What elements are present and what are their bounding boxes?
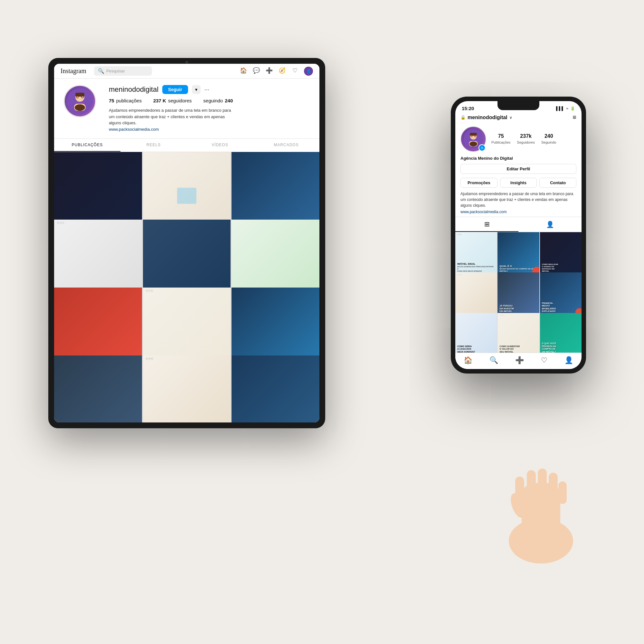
tab-publicacoes[interactable]: PUBLICAÇÕES (54, 139, 120, 152)
phone-ig-header: 🔒 meninododigital ∨ ≡ (455, 112, 582, 124)
phone-followers-label: Seguidores (517, 140, 535, 144)
table-row[interactable]: Sua nova casa estáa um clique dedistânci… (232, 355, 319, 422)
phone-following-label: Seguindo (541, 140, 556, 144)
tablet-profile-link[interactable]: www.packsocialmedia.com (109, 127, 159, 132)
agency-name: Agência Menino do Digital (455, 155, 582, 162)
promotions-button[interactable]: Promoções (460, 178, 497, 188)
grid-view-tab[interactable]: ⊞ (455, 217, 518, 232)
following-stat: seguindo 240 (203, 98, 233, 103)
explore-icon[interactable]: 🧭 (278, 67, 286, 74)
phone-secondary-buttons: Promoções Insights Contato (455, 176, 582, 190)
svg-rect-24 (558, 481, 567, 504)
phone-search-icon[interactable]: 🔍 (489, 356, 498, 365)
tab-videos[interactable]: VÍDEOS (187, 139, 253, 152)
svg-rect-23 (549, 473, 558, 502)
add-photo-icon[interactable]: + (478, 144, 486, 151)
phone-bio: Ajudamos empreendedores a passar de uma … (455, 190, 582, 210)
followers-label: seguidores (168, 98, 192, 103)
search-icon: 🔍 (98, 68, 104, 74)
battery-icon: 🔋 (570, 106, 575, 111)
scene: Instagram 🔍 Pesquisar 🏠 💬 ➕ 🧭 ♡ 👤 (32, 32, 612, 612)
search-bar[interactable]: 🔍 Pesquisar (94, 66, 152, 76)
phone-view-tabs: ⊞ 👤 (455, 217, 582, 232)
lock-icon: 🔒 (460, 115, 466, 120)
contact-button[interactable]: Contato (539, 178, 576, 188)
list-item[interactable]: ♡♡♡ (455, 272, 497, 314)
heart-icon[interactable]: ♡ (291, 67, 299, 74)
phone-posts-grid: ♡♡♡ IMÓVEL IDEAL DICAS ESSENCIAIS PARA E… (455, 232, 582, 353)
phone-home-icon[interactable]: 🏠 (464, 356, 472, 365)
messages-icon[interactable]: 💬 (252, 67, 260, 74)
svg-rect-21 (527, 470, 536, 502)
dropdown-button[interactable]: ▾ (192, 85, 201, 94)
phone-add-icon[interactable]: ➕ (515, 356, 524, 365)
signal-icon: ▌▌▌ (556, 106, 564, 111)
more-button[interactable]: ··· (204, 86, 209, 93)
list-item[interactable]: ♡♡♡ COMO AUMENTARO VALOR DOSEU IMÓVEL (497, 313, 539, 353)
tablet-avatar (64, 85, 96, 117)
tablet-camera (185, 61, 188, 63)
phone-heart-icon[interactable]: ♡ (541, 356, 547, 365)
phone-username: meninododigital (468, 115, 507, 120)
table-row[interactable]: ♡♡♡ PORQUEÉ IMPORTANTETER UM CONTRATOBEM… (143, 355, 231, 422)
tab-marcados[interactable]: MARCADOS (253, 139, 319, 152)
status-time: 15:20 (462, 106, 474, 111)
tablet-device: Instagram 🔍 Pesquisar 🏠 💬 ➕ 🧭 ♡ 👤 (48, 58, 325, 428)
followers-stat: 237 K seguidores (153, 98, 192, 103)
phone-action-buttons: Editar Perfil (455, 162, 582, 176)
list-item[interactable]: JÁ PENSOUEM INVESTIREM IMÓVEL (497, 272, 539, 314)
instagram-logo: Instagram (61, 67, 86, 75)
tab-reels[interactable]: REELS (120, 139, 187, 152)
tablet-stats: 75 publicações 237 K seguidores seguindo… (109, 98, 310, 103)
add-icon[interactable]: ➕ (265, 67, 273, 74)
home-icon[interactable]: 🏠 (240, 67, 247, 74)
tablet-tabs: PUBLICAÇÕES REELS VÍDEOS MARCADOS (54, 138, 319, 152)
instagram-nav: Instagram 🔍 Pesquisar 🏠 💬 ➕ 🧭 ♡ 👤 (54, 64, 319, 79)
tablet-profile-info: meninododigital Seguir ▾ ··· 75 publicaç… (109, 85, 310, 132)
follow-button[interactable]: Seguir (162, 85, 188, 94)
phone-notch (497, 101, 539, 110)
posts-label: publicações (116, 98, 142, 103)
username-row: meninododigital Seguir ▾ ··· (109, 85, 310, 94)
list-item[interactable]: ♡♡♡ IMÓVEL IDEAL DICAS ESSENCIAIS PARA E… (455, 232, 497, 274)
phone-following-count: 240 (541, 133, 556, 139)
posts-count: 75 (109, 98, 114, 103)
phone-posts-stat: 75 Publicações (491, 133, 510, 145)
profile-icon[interactable]: 👤 (304, 67, 313, 76)
list-item[interactable]: COMO SERIAA CASA DOSSEUS SONHOS? (455, 313, 497, 353)
phone-stats: 75 Publicações 237k Seguidores 240 Segui… (491, 133, 576, 145)
tablet-screen: Instagram 🔍 Pesquisar 🏠 💬 ➕ 🧭 ♡ 👤 (54, 64, 319, 422)
insights-button[interactable]: Insights (500, 178, 537, 188)
wifi-icon: ≈ (566, 106, 568, 111)
nav-icons: 🏠 💬 ➕ 🧭 ♡ 👤 (240, 67, 313, 76)
tablet-profile-section: meninododigital Seguir ▾ ··· 75 publicaç… (54, 79, 319, 138)
svg-point-7 (75, 104, 85, 111)
edit-profile-button[interactable]: Editar Perfil (460, 164, 576, 174)
chevron-down-icon: ∨ (509, 115, 512, 120)
phone-profile-link[interactable]: www.packsocialmedia.com (455, 210, 582, 217)
list-item[interactable]: O QUE VOCÊPRIORIZA NACOMPRA DEUM IMÓVEL? (540, 313, 582, 353)
phone-profile-section: + 75 Publicações 237k Seguidores 240 Seg… (455, 124, 582, 155)
phone-device: 15:20 ▌▌▌ ≈ 🔋 🔒 meninododigital ∨ ≡ (451, 97, 586, 374)
tablet-posts-grid: como evitarARMADILHAS Dicas essenciais p… (54, 152, 319, 423)
svg-rect-22 (538, 469, 547, 501)
table-row[interactable]: O QUECONSIDERAR ANTES DEALUGAR UMIMÓVEL? (54, 355, 142, 422)
hamburger-menu-icon[interactable]: ≡ (573, 114, 576, 121)
phone-posts-label: Publicações (491, 140, 510, 144)
list-item[interactable]: QUAL É O MAIOR DESAFIO NA COMPRA DE UM I… (497, 232, 539, 274)
phone-followers-stat: 237k Seguidores (517, 133, 535, 145)
posts-stat: 75 publicações (109, 98, 142, 103)
search-placeholder: Pesquisar (106, 69, 125, 73)
phone-bottom-nav: 🏠 🔍 ➕ ♡ 👤 (455, 353, 582, 369)
list-item[interactable]: FINANCIA-MENTOIMOBILIÁRIOEXPLICADO! (540, 272, 582, 314)
phone-avatar: + (460, 126, 486, 152)
list-item[interactable]: COMO REALIZARO SONHO DAENTRADA NOIMÓVEL (540, 232, 582, 274)
hand-illustration (496, 419, 592, 580)
phone-following-stat: 240 Seguindo (541, 133, 556, 145)
phone-posts-count: 75 (491, 133, 510, 139)
phone-followers-count: 237k (517, 133, 535, 139)
phone-profile-nav-icon[interactable]: 👤 (564, 356, 573, 365)
person-tag-view-tab[interactable]: 👤 (518, 217, 582, 232)
tablet-bio: Ajudamos empreendedores a passar de uma … (109, 107, 231, 126)
svg-rect-17 (470, 133, 477, 136)
